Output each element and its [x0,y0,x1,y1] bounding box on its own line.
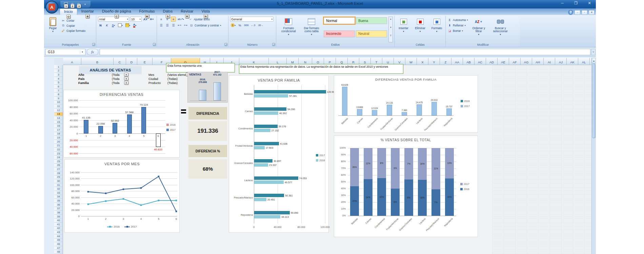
borders-button[interactable]: ▾ [117,23,123,28]
row-header-29[interactable]: 29 [54,175,63,179]
increase-decimal-button[interactable]: ←.0 [250,23,256,28]
column-header-Z[interactable]: Z [440,58,451,65]
tab-datos[interactable]: DatosS [159,8,177,15]
column-header-AF[interactable]: AF [509,58,521,65]
column-header-D[interactable]: D [126,58,137,65]
dialog-launcher-icon[interactable]: ◿ [153,43,156,46]
column-header-AK[interactable]: AK [567,58,578,65]
row-header-30[interactable]: 30 [54,179,63,183]
column-header-AC[interactable]: AC [475,58,486,65]
row-header-43[interactable]: 43 [54,230,63,234]
style-normal[interactable]: Normal [324,17,355,24]
filter-value-familia[interactable]: (Toda [112,81,120,85]
row-header-17[interactable]: 17 [54,128,63,132]
tab-insertar[interactable]: InsertarB [77,8,98,15]
filter-value-producto[interactable]: (Todas) [167,81,178,85]
row-header-19[interactable]: 19 [54,136,63,140]
underline-button[interactable]: S▾ [111,23,116,28]
row-header-33[interactable]: 33 [54,191,63,195]
chart-pct-ventas-sobre-total[interactable]: % VENTAS SOBRE EL TOTAL100%90%80%70%60%5… [334,135,478,237]
row-header-22[interactable]: 22 [54,148,63,152]
chart-ventas-mini[interactable]: VENTAS2016; 279.8062017; 471.142 [187,72,228,103]
row-header-16[interactable]: 16 [54,124,63,128]
undo-icon[interactable]: ↶2 [69,2,75,7]
chart-diferencias-ventas[interactable]: DIFERENCIAS VENTAS100.00080.00060.00040.… [63,90,180,157]
decrease-decimal-button[interactable]: .00→ [257,23,264,28]
cut-button[interactable]: ✂Cortar [61,18,85,23]
tab-revisar[interactable]: RevisarR [177,8,197,15]
copy-button[interactable]: ⧉Copiar [61,23,85,28]
gallery-scrollbar[interactable]: ▲▼⊽ [388,17,393,42]
dialog-launcher-icon[interactable]: ◿ [92,43,95,46]
dialog-launcher-icon[interactable]: ◿ [224,43,227,46]
chart-diferencias-ventas-por-familia[interactable]: DIFERENCIAS VENTAS POR FAMILIA63.628Bebi… [334,75,478,133]
row-header-45[interactable]: 45 [54,238,63,242]
row-header-23[interactable]: 23 [54,152,63,156]
row-header-20[interactable]: 20 [54,140,63,144]
formula-input[interactable] [100,49,590,55]
decrease-indent-button[interactable]: ⇤≡ [177,23,182,28]
shape-note-2[interactable]: Esta forma representa una segmentación d… [239,64,403,74]
row-header-37[interactable]: 37 [54,207,63,211]
row-header-12[interactable]: 12 [54,108,63,112]
column-header-AH[interactable]: AH [532,58,544,65]
row-header-6[interactable]: 6 [54,85,63,89]
autosum-button[interactable]: ΣAutosuma▾ [447,17,468,22]
help-icon[interactable]: ? [568,10,573,15]
dropdown-icon[interactable]: ▼ [124,81,128,85]
equals-shape[interactable] [181,109,186,111]
column-header-AE[interactable]: AE [498,58,509,65]
row-header-10[interactable]: 10 [54,101,63,105]
shrink-font-button[interactable]: A▼ [149,17,155,22]
row-header-8[interactable]: 8 [54,92,63,97]
row-header-46[interactable]: 46 [54,242,63,246]
scroll-up-icon[interactable]: ▲ [592,58,596,63]
align-bottom-button[interactable]: ≡ [171,17,176,22]
column-header-AG[interactable]: AG [521,58,532,65]
column-header-AB[interactable]: AB [463,58,475,65]
column-header-C[interactable]: C [114,58,126,65]
row-header-42[interactable]: 42 [54,227,63,231]
align-top-button[interactable]: ≡ [159,17,164,22]
increase-indent-button[interactable]: ≡⇥ [183,23,188,28]
style-buena[interactable]: Buena [356,17,387,24]
redo-icon[interactable]: ↷3 [76,2,81,7]
dialog-launcher-icon[interactable]: ◿ [272,43,275,46]
row-header-15[interactable]: 15 [54,120,63,124]
save-icon[interactable]: 1 [63,2,68,7]
row-header-28[interactable]: 28 [54,171,63,175]
formato-cells-button[interactable]: Formato▾ [429,17,444,42]
close-button[interactable]: ✕ [585,1,594,5]
align-center-button[interactable]: ☰ [165,23,170,28]
font-name-select[interactable]: Arial▾ [98,17,129,22]
row-header-31[interactable]: 31 [54,183,63,187]
row-header-18[interactable]: 18 [54,132,63,136]
fill-button[interactable]: ⬇Rellenar▾ [447,23,468,28]
column-header-X[interactable]: X [417,58,428,65]
merge-center-button[interactable]: ⊟Combinar y centrar▾ [189,23,221,28]
equals-shape[interactable] [181,112,186,113]
fill-color-button[interactable]: ▾ [125,23,131,28]
dropdown-icon[interactable]: ▼ [124,77,128,81]
row-header-14[interactable]: 14 [54,116,63,120]
row-header-38[interactable]: 38 [54,211,63,215]
tab-inicio[interactable]: InicioO [60,8,77,15]
column-header-E[interactable]: E [137,58,153,65]
format-painter-button[interactable]: 🖉Copiar formato [61,28,85,33]
row-header-48[interactable]: 48 [54,250,63,254]
column-header-A[interactable]: A [63,58,81,65]
number-format-select[interactable]: General▾ [230,17,274,22]
style-neutral[interactable]: Neutral [356,30,387,37]
row-header-1[interactable]: 1 [54,65,63,69]
align-left-button[interactable]: ☰ [159,23,164,28]
row-header-26[interactable]: 26 [54,164,63,168]
shape-note-1[interactable]: Esta forma representa una [166,63,235,72]
font-size-select[interactable]: 10▾ [130,17,142,22]
align-right-button[interactable]: ☰ [171,23,176,28]
qat-customize-icon[interactable]: ▾ [82,2,88,7]
row-header-40[interactable]: 40 [54,218,63,223]
column-header-AJ[interactable]: AJ [555,58,567,65]
row-header-24[interactable]: 24 [54,155,63,160]
comma-style-button[interactable]: 000 [243,23,249,28]
format-as-table-button[interactable]: Dar formato como tabla▾ [301,17,323,42]
